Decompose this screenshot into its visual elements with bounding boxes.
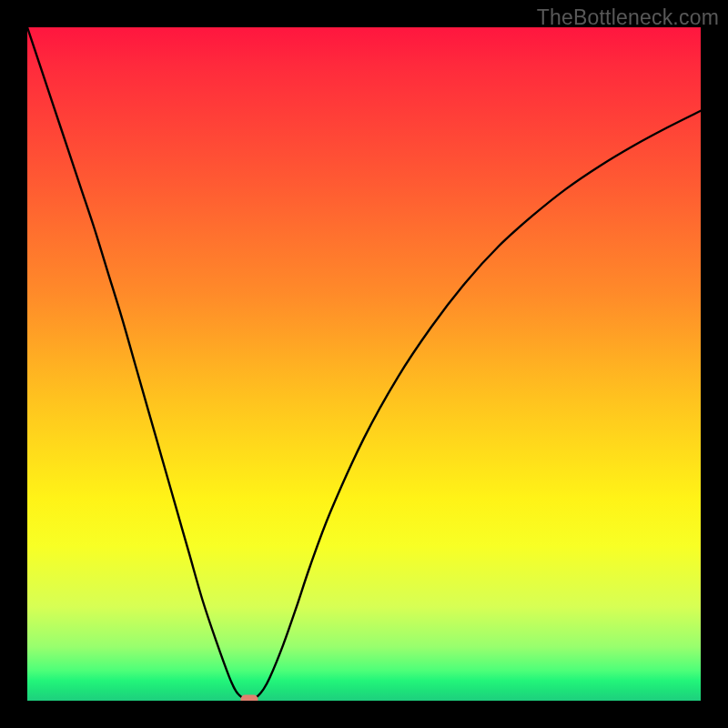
watermark-text: TheBottleneck.com [537,5,719,30]
bottleneck-curve [27,27,701,701]
plot-area [27,27,701,701]
optimal-marker [241,695,258,701]
